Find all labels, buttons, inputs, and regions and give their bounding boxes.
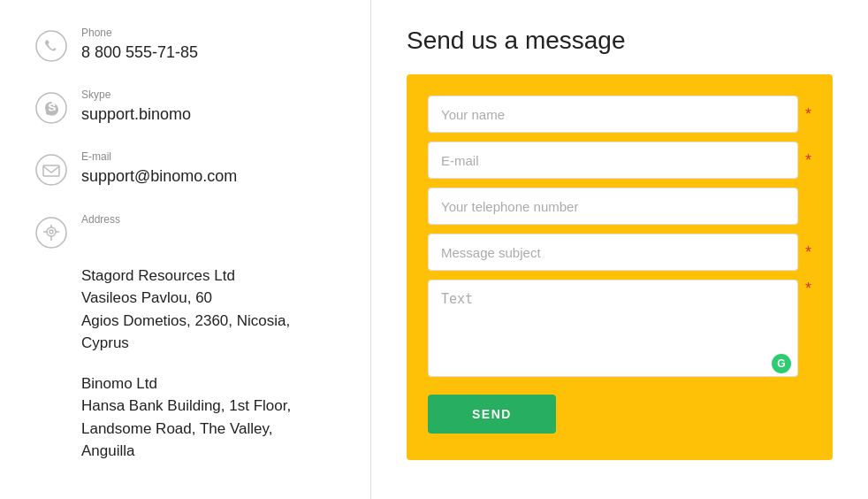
email-contact: E-mail support@binomo.com xyxy=(35,150,335,188)
svg-point-5 xyxy=(47,227,56,236)
email-required: * xyxy=(805,151,811,170)
skype-label: Skype xyxy=(81,88,191,101)
textarea-wrapper: G xyxy=(428,280,798,380)
skype-info: Skype support.binomo xyxy=(81,88,191,126)
email-icon xyxy=(35,154,67,186)
name-required: * xyxy=(805,105,811,124)
email-input[interactable] xyxy=(428,142,798,179)
name-input[interactable] xyxy=(428,96,798,133)
grammarly-icon: G xyxy=(772,354,791,373)
skype-value: support.binomo xyxy=(81,104,191,126)
subject-field-row: * xyxy=(428,234,811,271)
svg-point-2 xyxy=(36,155,66,185)
address-icon xyxy=(35,217,67,249)
contact-form: * * * * G * SEND xyxy=(407,74,833,460)
phone-info: Phone 8 800 555-71-85 xyxy=(81,27,198,64)
right-panel: Send us a message * * * * G * xyxy=(371,0,868,499)
svg-point-0 xyxy=(36,31,66,61)
form-title: Send us a message xyxy=(407,27,833,55)
svg-point-6 xyxy=(49,230,53,234)
address-block-2: Binomo Ltd Hansa Bank Building, 1st Floo… xyxy=(81,372,335,463)
send-button[interactable]: SEND xyxy=(428,395,556,434)
phone-label: Phone xyxy=(81,27,198,39)
skype-contact: Skype support.binomo xyxy=(35,88,335,126)
left-panel: Phone 8 800 555-71-85 Skype support.bino… xyxy=(0,0,371,499)
subject-input[interactable] xyxy=(428,234,798,271)
svg-rect-3 xyxy=(43,165,59,176)
phone-value: 8 800 555-71-85 xyxy=(81,42,198,64)
skype-icon xyxy=(35,92,67,124)
address-contact: Address xyxy=(35,213,335,249)
text-field-row: G * xyxy=(428,280,811,380)
address-section: Stagord Resources Ltd Vasileos Pavlou, 6… xyxy=(81,265,335,463)
phone-icon xyxy=(35,30,67,62)
phone-field-row: * xyxy=(428,188,811,225)
email-field-row: * xyxy=(428,142,811,179)
email-value: support@binomo.com xyxy=(81,165,237,188)
subject-required: * xyxy=(805,243,811,262)
message-textarea[interactable] xyxy=(428,280,798,377)
email-label: E-mail xyxy=(81,150,237,163)
address-block-1: Stagord Resources Ltd Vasileos Pavlou, 6… xyxy=(81,265,335,355)
text-required: * xyxy=(805,280,811,298)
phone-contact: Phone 8 800 555-71-85 xyxy=(35,27,335,64)
svg-point-4 xyxy=(36,218,66,248)
email-info: E-mail support@binomo.com xyxy=(81,150,237,188)
phone-input[interactable] xyxy=(428,188,798,225)
address-info: Address xyxy=(81,213,120,228)
address-label: Address xyxy=(81,213,120,226)
name-field-row: * xyxy=(428,96,811,133)
